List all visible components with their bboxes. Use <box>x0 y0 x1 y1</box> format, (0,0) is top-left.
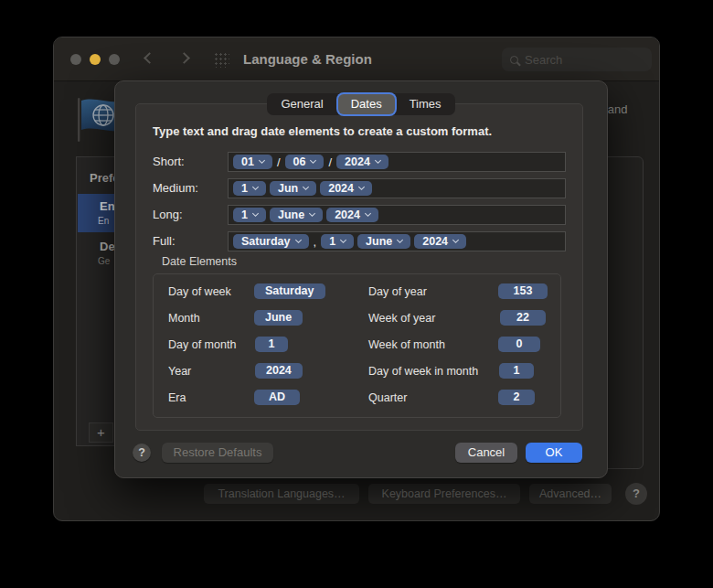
medium-format-label: Medium: <box>153 178 224 198</box>
zoom-button[interactable] <box>109 54 120 65</box>
advanced-button[interactable]: Advanced… <box>529 484 612 504</box>
element-pill-day-of-week-in-month[interactable]: 1 <box>499 363 534 379</box>
element-label: Year <box>168 365 191 378</box>
add-language-button[interactable]: + <box>89 422 113 443</box>
element-label: Week of year <box>368 312 435 325</box>
chevron-down-icon <box>375 157 381 164</box>
window-help-button[interactable]: ? <box>625 483 647 505</box>
chevron-down-icon <box>358 184 365 190</box>
date-token[interactable]: 01 <box>233 155 272 169</box>
format-separator: / <box>328 155 332 169</box>
tab-dates[interactable]: Dates <box>338 94 395 114</box>
element-label: Day of month <box>168 338 236 351</box>
element-pill-quarter[interactable]: 2 <box>498 390 535 405</box>
chevron-down-icon <box>252 210 259 217</box>
date-token[interactable]: Saturday <box>233 234 309 249</box>
chevron-down-icon <box>452 237 459 243</box>
element-pill-era[interactable]: AD <box>254 390 300 405</box>
date-token[interactable]: June <box>357 234 410 249</box>
tab-general[interactable]: General <box>268 94 335 114</box>
date-token[interactable]: 1 <box>233 208 266 222</box>
date-token[interactable]: 1 <box>321 234 354 249</box>
date-elements-title: Date Elements <box>162 255 237 268</box>
element-pill-day-of-month[interactable]: 1 <box>255 337 288 352</box>
element-label: Day of week in month <box>368 365 478 378</box>
element-pill-day-of-year[interactable]: 153 <box>498 283 548 299</box>
search-placeholder: Search <box>525 53 562 67</box>
element-label: Era <box>168 391 186 404</box>
tab-times[interactable]: Times <box>397 94 454 114</box>
chevron-right-icon <box>178 52 190 64</box>
tab-bar: General Dates Times <box>115 93 607 115</box>
long-format-label: Long: <box>153 205 224 225</box>
element-label: Day of year <box>368 285 427 298</box>
format-separator: , <box>314 235 317 249</box>
window-title: Language & Region <box>243 51 372 67</box>
chevron-down-icon <box>397 237 403 243</box>
toolbar: Language & Region Search <box>54 37 659 81</box>
chevron-down-icon <box>294 237 301 243</box>
date-token[interactable]: Jun <box>270 181 316 196</box>
date-token[interactable]: 2024 <box>320 181 372 196</box>
element-label: Quarter <box>368 391 407 404</box>
chevron-down-icon <box>310 157 316 164</box>
medium-format-field[interactable]: 1 Jun 2024 <box>228 178 566 198</box>
chevron-down-icon <box>303 184 309 190</box>
search-field[interactable]: Search <box>502 48 652 71</box>
full-format-label: Full: <box>153 231 224 251</box>
long-format-field[interactable]: 1 June 2024 <box>228 205 566 225</box>
element-label: Day of week <box>168 285 231 298</box>
date-format-sheet: General Dates Times Type text and drag d… <box>114 80 608 478</box>
chevron-down-icon <box>365 210 371 217</box>
chevron-down-icon <box>252 184 259 190</box>
date-token[interactable]: 2024 <box>336 155 388 169</box>
element-pill-week-of-year[interactable]: 22 <box>500 310 546 326</box>
element-pill-day-of-week[interactable]: Saturday <box>254 283 325 299</box>
restore-defaults-button[interactable]: Restore Defaults <box>162 443 273 463</box>
traffic-lights <box>70 54 120 65</box>
ok-button[interactable]: OK <box>526 443 582 463</box>
element-pill-month[interactable]: June <box>254 310 303 326</box>
search-icon <box>510 56 518 64</box>
cancel-button[interactable]: Cancel <box>455 443 517 463</box>
short-format-label: Short: <box>153 152 224 172</box>
back-button[interactable] <box>145 54 154 62</box>
dates-tab-panel: Type text and drag date elements to crea… <box>135 103 583 431</box>
show-all-button[interactable] <box>213 51 229 68</box>
chevron-down-icon <box>340 237 346 243</box>
element-label: Month <box>168 312 200 325</box>
forward-button[interactable] <box>180 54 188 62</box>
grid-icon <box>213 51 229 68</box>
format-separator: / <box>277 155 281 169</box>
instruction-text: Type text and drag date elements to crea… <box>153 124 492 138</box>
chevron-left-icon <box>144 52 155 64</box>
minimize-button[interactable] <box>90 54 101 65</box>
date-elements-box: Day of week Saturday Month June Day of m… <box>153 273 561 418</box>
date-token[interactable]: 2024 <box>326 208 378 222</box>
short-format-field[interactable]: 01 / 06 / 2024 <box>228 152 566 172</box>
chevron-down-icon <box>309 210 315 217</box>
date-token[interactable]: 2024 <box>414 234 466 249</box>
keyboard-preferences-button[interactable]: Keyboard Preferences… <box>368 484 520 504</box>
element-pill-week-of-month[interactable]: 0 <box>498 337 540 352</box>
date-token[interactable]: 1 <box>233 181 266 196</box>
full-format-field[interactable]: Saturday , 1 June 2024 <box>228 231 566 251</box>
sheet-help-button[interactable]: ? <box>133 444 151 462</box>
element-pill-year[interactable]: 2024 <box>255 363 303 379</box>
date-token[interactable]: 06 <box>285 155 325 169</box>
element-label: Week of month <box>368 338 445 351</box>
translation-languages-button[interactable]: Translation Languages… <box>204 484 359 504</box>
date-token[interactable]: June <box>270 208 323 222</box>
close-button[interactable] <box>70 54 81 65</box>
chevron-down-icon <box>259 157 265 164</box>
